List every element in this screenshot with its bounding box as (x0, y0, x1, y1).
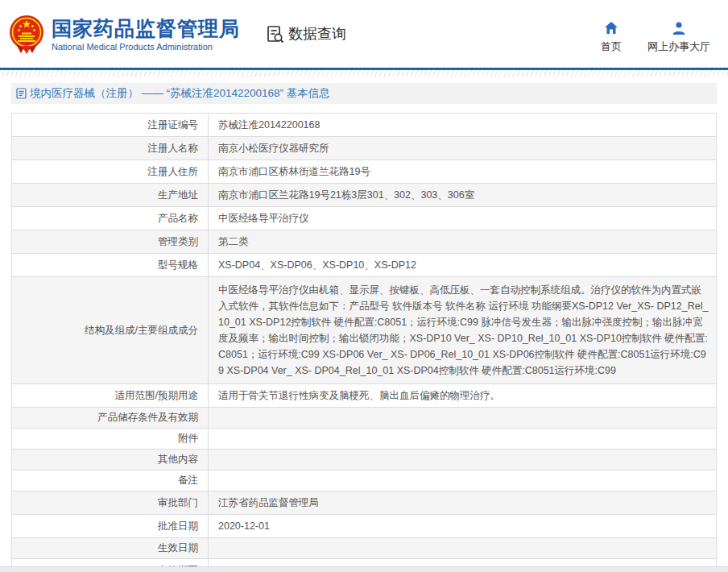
row-label: 注册人名称 (12, 137, 209, 160)
table-row: 型号规格 XS-DP04、XS-DP06、XS-DP10、XS-DP12 (12, 254, 717, 277)
table-row: 注册人名称 南京小松医疗仪器研究所 (12, 137, 717, 160)
data-query-section[interactable]: 数据查询 (266, 24, 346, 44)
header-nav: 首页 网上办事大厅 (601, 21, 710, 54)
row-value: 南京市浦口区兰花路19号21栋3层301、302、303、306室 (209, 184, 717, 207)
row-value: 南京市浦口区桥林街道兰花路19号 (209, 160, 717, 184)
table-row: 适用范围/预期用途 适用于骨关节退行性病变及脑梗死、脑出血后偏瘫的物理治疗。 (12, 384, 717, 408)
row-value: XS-DP04、XS-DP06、XS-DP10、XS-DP12 (209, 254, 717, 277)
nmpa-emblem-logo (8, 14, 45, 54)
nav-item-home[interactable]: 首页 (601, 21, 622, 54)
row-label: 注册人住所 (12, 160, 209, 184)
row-label: 注册证编号 (12, 114, 209, 137)
row-value: 江苏省药品监督管理局 (209, 491, 717, 515)
breadcrumb: 境内医疗器械（注册） —— “苏械注准20142200168” 基本信息 (11, 83, 717, 104)
table-row: 批准日期 2020-12-01 (12, 515, 717, 538)
row-label: 结构及组成/主要组成成分 (12, 277, 209, 384)
row-value (209, 470, 717, 491)
row-value: 南京小松医疗仪器研究所 (209, 137, 717, 160)
page-header: 国家药品监督管理局 National Medical Products Admi… (0, 0, 728, 68)
nav-item-label: 首页 (601, 39, 622, 54)
org-name-cn: 国家药品监督管理局 (52, 17, 240, 39)
row-value (209, 429, 717, 450)
org-name-en: National Medical Products Administration (52, 42, 240, 52)
table-row: 生产地址 南京市浦口区兰花路19号21栋3层301、302、303、306室 (12, 184, 717, 207)
row-label: 适用范围/预期用途 (12, 384, 209, 408)
row-value: 第二类 (209, 230, 717, 254)
row-value: 2020-12-01 (209, 515, 717, 538)
table-row: 注册证编号 苏械注准20142200168 (12, 114, 717, 137)
registration-info-table: 注册证编号 苏械注准20142200168 注册人名称 南京小松医疗仪器研究所 … (11, 113, 717, 572)
table-row: 附件 (12, 429, 717, 450)
table-row: 产品名称 中医经络导平治疗仪 (12, 207, 717, 230)
row-value (209, 450, 717, 470)
row-label: 生产地址 (12, 184, 209, 207)
row-value: 苏械注准20142200168 (209, 114, 717, 137)
row-value (209, 538, 717, 559)
row-label: 管理类别 (12, 230, 209, 254)
table-row: 管理类别 第二类 (12, 230, 717, 254)
row-value: 适用于骨关节退行性病变及脑梗死、脑出血后偏瘫的物理治疗。 (209, 384, 717, 408)
data-query-icon (266, 24, 285, 44)
row-label: 附件 (12, 429, 209, 450)
table-row: 其他内容 (12, 450, 717, 470)
table-row: 审批部门 江苏省药品监督管理局 (12, 491, 717, 515)
nav-item-label: 网上办事大厅 (647, 39, 710, 54)
info-table-body: 注册证编号 苏械注准20142200168 注册人名称 南京小松医疗仪器研究所 … (12, 114, 717, 572)
document-icon (16, 88, 27, 99)
hatch-band (0, 70, 728, 77)
row-value (209, 408, 717, 429)
table-row: 结构及组成/主要组成成分 中医经络导平治疗仪由机箱、显示屏、按键板、高低压板、一… (12, 277, 717, 384)
row-label: 备注 (12, 470, 209, 491)
person-icon (672, 21, 686, 35)
home-icon (604, 21, 618, 35)
row-label: 产品储存条件及有效期 (12, 408, 209, 429)
row-label: 产品名称 (12, 207, 209, 230)
row-label: 批准日期 (12, 515, 209, 538)
table-row: 生效日期 (12, 538, 717, 559)
table-row: 产品储存条件及有效期 (12, 408, 717, 429)
row-label: 生效日期 (12, 538, 209, 559)
footer-strip (0, 566, 728, 572)
org-titles: 国家药品监督管理局 National Medical Products Admi… (52, 17, 240, 52)
row-label: 审批部门 (12, 491, 209, 515)
table-row: 备注 (12, 470, 717, 491)
data-query-label: 数据查询 (288, 24, 346, 44)
breadcrumb-text: 境内医疗器械（注册） —— “苏械注准20142200168” 基本信息 (30, 86, 330, 101)
table-row: 注册人住所 南京市浦口区桥林街道兰花路19号 (12, 160, 717, 184)
row-value: 中医经络导平治疗仪 (209, 207, 717, 230)
nav-item-service-hall[interactable]: 网上办事大厅 (647, 21, 710, 54)
row-label: 型号规格 (12, 254, 209, 277)
row-value: 中医经络导平治疗仪由机箱、显示屏、按键板、高低压板、一套自动控制系统组成。治疗仪… (209, 277, 717, 384)
main-content: 境内医疗器械（注册） —— “苏械注准20142200168” 基本信息 注册证… (0, 83, 728, 572)
row-label: 其他内容 (12, 450, 209, 470)
